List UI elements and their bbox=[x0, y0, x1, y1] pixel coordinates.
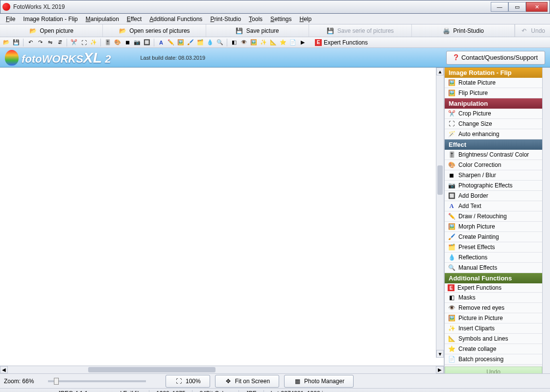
resize-icon[interactable]: ⛶ bbox=[79, 38, 88, 47]
print-studio-button[interactable]: 🖨️Print-Studio bbox=[412, 24, 515, 37]
scroll-right-arrow[interactable]: ▶ bbox=[436, 366, 444, 373]
photo-manager-button[interactable]: ▦Photo Manager bbox=[284, 375, 354, 388]
window-controls: — ▭ ✕ bbox=[491, 2, 548, 12]
close-button[interactable]: ✕ bbox=[526, 2, 548, 12]
preset-icon[interactable]: 🗂️ bbox=[196, 38, 205, 47]
clipart-icon[interactable]: ✨ bbox=[259, 38, 268, 47]
minimize-button[interactable]: — bbox=[491, 2, 508, 12]
rotation-item-rotate-picture[interactable]: 🖼️Rotate Picture bbox=[445, 78, 542, 88]
open-picture-button[interactable]: 📂Open picture bbox=[0, 24, 103, 37]
slideshow-icon[interactable]: ▶ bbox=[298, 38, 307, 47]
horizontal-scrollbar[interactable]: ◀ ▶ bbox=[0, 366, 444, 373]
manipulation-item-crop-picture[interactable]: ✂️Crop Picture bbox=[445, 109, 542, 119]
menu-effect[interactable]: Effect bbox=[123, 15, 145, 23]
draw-icon[interactable]: ✏️ bbox=[167, 38, 175, 47]
header-additional: Additional Functions bbox=[445, 273, 542, 283]
additional-item-icon: 👁️ bbox=[448, 304, 455, 312]
color-icon[interactable]: 🎨 bbox=[113, 38, 122, 47]
scroll-h-thumb[interactable] bbox=[88, 367, 215, 372]
crop-icon[interactable]: ✂️ bbox=[70, 38, 78, 47]
reflection-icon[interactable]: 💧 bbox=[206, 38, 215, 47]
effect-item-manual-effects[interactable]: 🔍Manual Effects bbox=[445, 263, 542, 273]
effect-item-morph-picture[interactable]: 🖼️Morph Picture bbox=[445, 222, 542, 232]
additional-item-masks[interactable]: ◧Masks bbox=[445, 293, 542, 303]
open-series-button[interactable]: 📂Open series of pictures bbox=[103, 24, 206, 37]
save-icon[interactable]: 💾 bbox=[12, 38, 21, 47]
effect-item-sharpen-blur[interactable]: ◼Sharpen / Blur bbox=[445, 170, 542, 181]
separator bbox=[23, 39, 24, 46]
text-icon[interactable]: A bbox=[157, 38, 166, 47]
sharpen-icon[interactable]: ◼ bbox=[123, 38, 132, 47]
contact-support-button[interactable]: ?Contact/Questions/Support bbox=[446, 51, 545, 65]
scroll-v-thumb[interactable] bbox=[437, 165, 443, 195]
batch-icon[interactable]: 📄 bbox=[288, 38, 297, 47]
menu-additional[interactable]: Additional Functions bbox=[145, 15, 206, 23]
status-dimensions: 1920x1275 bbox=[149, 390, 192, 392]
zoom-slider[interactable] bbox=[48, 380, 146, 382]
open-icon[interactable]: 📂 bbox=[2, 38, 11, 47]
menu-help[interactable]: Help bbox=[295, 15, 315, 23]
effect-item-draw-retouching[interactable]: ✏️Draw / Retouching bbox=[445, 211, 542, 222]
collage-icon[interactable]: ⭐ bbox=[279, 38, 287, 47]
additional-item-insert-cliparts[interactable]: ✨Insert Cliparts bbox=[445, 323, 542, 334]
scroll-left-arrow[interactable]: ◀ bbox=[0, 366, 8, 373]
effect-item-brightness-contrast-color[interactable]: 🎚️Brightness/ Contrast/ Color bbox=[445, 150, 542, 160]
photo-fx-icon[interactable]: 📷 bbox=[133, 38, 142, 47]
effect-item-photographic-effects[interactable]: 📷Photographic Effects bbox=[445, 181, 542, 191]
menu-image-rotation[interactable]: Image Rotation - Flip bbox=[19, 15, 81, 23]
additional-item-remove-red-eyes[interactable]: 👁️Remove red eyes bbox=[445, 303, 542, 313]
additional-item-expert-functions[interactable]: EExpert Functions bbox=[445, 283, 542, 293]
menu-manipulation[interactable]: Manipulation bbox=[82, 15, 123, 23]
save-icon: 💾 bbox=[236, 27, 243, 35]
effect-item-add-border[interactable]: 🔲Add Border bbox=[445, 191, 542, 201]
symbols-icon[interactable]: 📐 bbox=[269, 38, 278, 47]
additional-item-label: Remove red eyes bbox=[458, 304, 504, 311]
panel-scrollbar[interactable] bbox=[542, 68, 550, 373]
menu-tools[interactable]: Tools bbox=[245, 15, 266, 23]
rotation-item-flip-picture[interactable]: 🖼️Flip Picture bbox=[445, 88, 542, 98]
pip-icon[interactable]: 🖼️ bbox=[249, 38, 258, 47]
menu-print-studio[interactable]: Print-Studio bbox=[206, 15, 245, 23]
brightness-icon[interactable]: 🎚️ bbox=[103, 38, 112, 47]
effect-item-add-text[interactable]: AAdd Text bbox=[445, 201, 542, 211]
menu-file[interactable]: File bbox=[2, 15, 19, 23]
panel-undo-button[interactable]: Undo bbox=[445, 367, 542, 373]
save-series-button[interactable]: 💾Save serie of pictures bbox=[309, 24, 412, 37]
flip-v-icon[interactable]: ⇵ bbox=[55, 38, 64, 47]
undo-button[interactable]: ↶Undo bbox=[515, 24, 550, 37]
rotate-cw-icon[interactable]: ↷ bbox=[36, 38, 45, 47]
scroll-up-arrow[interactable]: ▲ bbox=[436, 68, 444, 75]
manual-fx-icon[interactable]: 🔍 bbox=[215, 38, 224, 47]
rotate-ccw-icon[interactable]: ↶ bbox=[26, 38, 35, 47]
additional-item-picture-in-picture[interactable]: 🖼️Picture in Picture bbox=[445, 313, 542, 323]
effect-item-preset-effects[interactable]: 🗂️Preset Effects bbox=[445, 242, 542, 253]
print-studio-label: Print-Studio bbox=[453, 27, 484, 34]
scroll-down-arrow[interactable]: ▼ bbox=[436, 350, 444, 358]
manipulation-item-auto-enhancing[interactable]: 🪄Auto enhancing bbox=[445, 129, 542, 139]
morph-icon[interactable]: 🖼️ bbox=[176, 38, 185, 47]
additional-item-batch-processing[interactable]: 📄Batch processing bbox=[445, 354, 542, 365]
maximize-button[interactable]: ▭ bbox=[508, 2, 526, 12]
fit-on-screen-button[interactable]: ✥Fit on Screen bbox=[215, 375, 279, 388]
zoom-slider-knob[interactable] bbox=[54, 378, 59, 385]
border-icon[interactable]: 🔲 bbox=[143, 38, 151, 47]
expert-functions-button[interactable]: EExpert Functions bbox=[312, 39, 371, 46]
save-picture-button[interactable]: 💾Save picture bbox=[206, 24, 309, 37]
effect-item-reflections[interactable]: 💧Reflections bbox=[445, 253, 542, 263]
effect-item-label: Morph Picture bbox=[458, 223, 495, 230]
additional-item-symbols-and-lines[interactable]: 📐Symbols and Lines bbox=[445, 334, 542, 344]
painting-icon[interactable]: 🖌️ bbox=[186, 38, 195, 47]
effect-item-icon: 🖼️ bbox=[448, 223, 455, 231]
vertical-scrollbar[interactable]: ▲ ▼ bbox=[436, 68, 444, 358]
additional-item-label: Picture in Picture bbox=[458, 315, 503, 322]
menu-settings[interactable]: Settings bbox=[266, 15, 295, 23]
auto-enhance-icon[interactable]: ✨ bbox=[89, 38, 98, 47]
masks-icon[interactable]: ◧ bbox=[230, 38, 239, 47]
effect-item-create-painting[interactable]: 🖌️Create Painting bbox=[445, 232, 542, 242]
redeye-icon[interactable]: 👁️ bbox=[239, 38, 248, 47]
effect-item-color-correction[interactable]: 🎨Color Correction bbox=[445, 160, 542, 170]
additional-item-create-collage[interactable]: ⭐Create collage bbox=[445, 344, 542, 354]
flip-h-icon[interactable]: ⇋ bbox=[46, 38, 54, 47]
zoom-100-button[interactable]: ⛶100% bbox=[166, 375, 210, 388]
manipulation-item-change-size[interactable]: ⛶Change Size bbox=[445, 119, 542, 129]
